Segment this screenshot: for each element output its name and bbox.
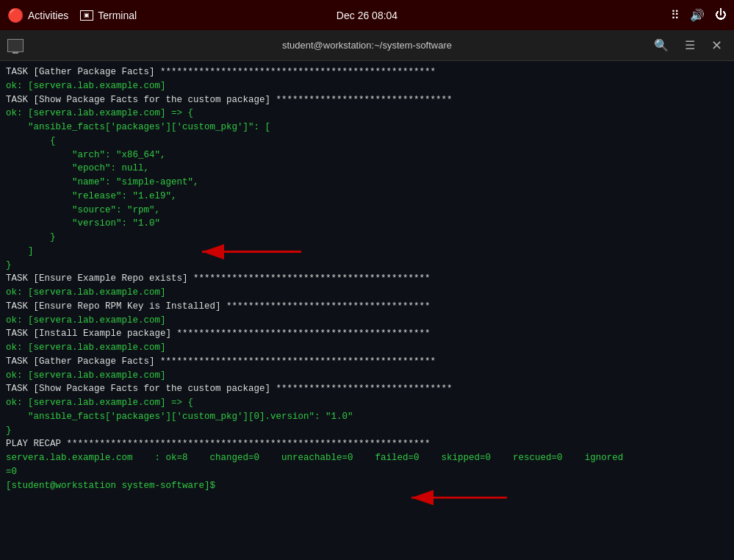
terminal-line: ok: [servera.lab.example.com] [6,79,728,93]
terminal-tab[interactable]: ▣ Terminal [80,10,137,21]
terminal-line: ok: [servera.lab.example.com] => { [6,396,728,410]
terminal-line: ok: [servera.lab.example.com] [6,286,728,300]
terminal-window-icon: ▣ [80,10,93,21]
redhat-icon: 🔴 [7,7,24,24]
system-bar-right: ⠿ 🔊 ⏻ [671,8,727,23]
terminal-line: } [6,231,728,245]
terminal-line: "ansible_facts['packages']['custom_pkg']… [6,410,728,424]
terminal-titlebar: student@workstation:~/system-software 🔍 … [0,30,734,61]
terminal-line: "source": "rpm", [6,204,728,218]
titlebar-left [7,39,24,52]
terminal-line: "ansible_facts['packages']['custom_pkg']… [6,121,728,134]
network-icon[interactable]: ⠿ [671,8,680,23]
search-button[interactable]: 🔍 [650,37,673,54]
terminal-line: TASK [Install Example package] *********… [6,327,728,341]
terminal-title: student@workstation:~/system-software [282,40,452,51]
terminal-line: [student@workstation system-software]$ [6,479,728,493]
terminal-line: ok: [servera.lab.example.com] [6,314,728,328]
terminal-line: { [6,134,728,148]
activities-button[interactable]: 🔴 Activities [7,7,68,24]
terminal-line: PLAY RECAP *****************************… [6,437,728,451]
terminal-line: } [6,424,728,438]
volume-icon[interactable]: 🔊 [690,8,705,23]
system-datetime: Dec 26 08:04 [337,10,397,21]
terminal-line: servera.lab.example.com : ok=8 changed=0… [6,451,728,465]
system-bar-left: 🔴 Activities ▣ Terminal [7,7,137,24]
terminal-line: "arch": "x86_64", [6,148,728,162]
terminal-window: student@workstation:~/system-software 🔍 … [0,30,734,560]
close-button[interactable]: ✕ [707,36,727,55]
terminal-line: "release": "1.el9", [6,190,728,204]
terminal-screen-icon [7,39,24,52]
terminal-line: TASK [Gather Package Facts] ************… [6,65,728,79]
activities-label: Activities [28,10,68,21]
terminal-line: TASK [Show Package Facts for the custom … [6,382,728,396]
terminal-line: "name": "simple-agent", [6,176,728,190]
terminal-line: TASK [Gather Package Facts] ************… [6,355,728,369]
system-bar: 🔴 Activities ▣ Terminal Dec 26 08:04 ⠿ 🔊… [0,0,734,30]
terminal-line: ] [6,245,728,259]
terminal-content: TASK [Gather Package Facts] ************… [0,61,734,560]
terminal-line: TASK [Ensure Repo RPM Key is Installed] … [6,300,728,314]
terminal-line: ok: [servera.lab.example.com] [6,341,728,355]
terminal-tab-label: Terminal [98,10,137,21]
terminal-line: ok: [servera.lab.example.com] => { [6,107,728,121]
terminal-line: ok: [servera.lab.example.com] [6,369,728,383]
terminal-line: TASK [Show Package Facts for the custom … [6,93,728,107]
terminal-line: "epoch": null, [6,162,728,176]
terminal-line: TASK [Ensure Example Repo exists] ******… [6,272,728,286]
menu-button[interactable]: ☰ [680,37,699,54]
terminal-line: "version": "1.0" [6,217,728,231]
terminal-line: } [6,259,728,273]
titlebar-controls: 🔍 ☰ ✕ [650,36,727,55]
power-icon[interactable]: ⏻ [715,8,727,22]
terminal-line: =0 [6,465,728,479]
